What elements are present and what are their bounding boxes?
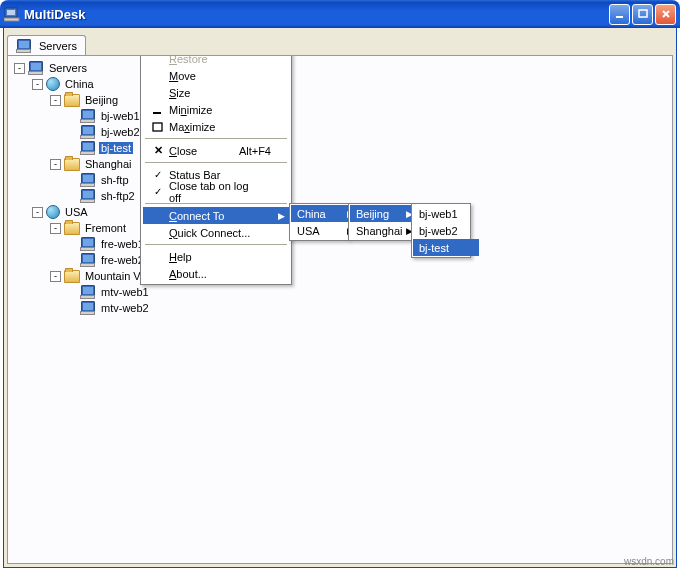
globe-icon: [46, 205, 60, 219]
menu-item[interactable]: ✕CloseAlt+F4: [143, 142, 289, 159]
close-icon: ✕: [147, 144, 169, 157]
menu-item: Restore: [143, 55, 289, 67]
server-tree[interactable]: -Servers-China-Beijingbj-web1bj-web2bj-t…: [8, 56, 672, 320]
submenu-item-label: bj-test: [419, 242, 449, 254]
tree-node-label[interactable]: bj-web1: [99, 110, 142, 122]
titlebar[interactable]: MultiDesk: [0, 0, 680, 28]
tree-node-label[interactable]: fre-web1: [99, 238, 146, 250]
tab-label: Servers: [39, 40, 77, 52]
server-icon: [80, 301, 96, 315]
tree-node-label[interactable]: sh-ftp: [99, 174, 131, 186]
server-icon: [80, 237, 96, 251]
submenu-item-label: Beijing: [356, 208, 389, 220]
menu-item[interactable]: Move: [143, 67, 289, 84]
expander-icon[interactable]: -: [14, 63, 25, 74]
menu-item[interactable]: ✓Close tab on log off: [143, 183, 289, 200]
check-icon: ✓: [147, 169, 169, 180]
svg-rect-3: [616, 16, 623, 18]
tree-node[interactable]: bj-web1: [8, 108, 672, 124]
tree-node-label[interactable]: Shanghai: [83, 158, 134, 170]
server-icon: [80, 125, 96, 139]
menu-item[interactable]: About...: [143, 265, 289, 282]
expander-icon[interactable]: -: [50, 159, 61, 170]
expander-icon[interactable]: -: [50, 95, 61, 106]
submenu-item-label: bj-web1: [419, 208, 458, 220]
tree-node[interactable]: -Mountain View: [8, 268, 672, 284]
tree-node-label[interactable]: bj-test: [99, 142, 133, 154]
tree-node[interactable]: sh-ftp2: [8, 188, 672, 204]
tree-node-label[interactable]: China: [63, 78, 96, 90]
tab-servers[interactable]: Servers: [7, 35, 86, 55]
submenu-item[interactable]: bj-web2: [413, 222, 479, 239]
expander-icon[interactable]: -: [50, 223, 61, 234]
folder-icon: [64, 270, 80, 283]
svg-rect-8: [153, 123, 162, 131]
tree-node[interactable]: sh-ftp: [8, 172, 672, 188]
server-icon: [80, 253, 96, 267]
content-pane: -Servers-China-Beijingbj-web1bj-web2bj-t…: [7, 55, 673, 564]
menu-separator: [145, 244, 287, 245]
servers-icon: [16, 39, 32, 53]
menu-item-label: Help: [169, 251, 271, 263]
watermark: wsxdn.com: [624, 556, 674, 567]
menu-item[interactable]: Size: [143, 84, 289, 101]
menu-item-label: Connect To: [169, 210, 271, 222]
tree-node-label[interactable]: Servers: [47, 62, 89, 74]
tree-node[interactable]: mtv-web2: [8, 300, 672, 316]
tree-node-label[interactable]: sh-ftp2: [99, 190, 137, 202]
tree-node-label[interactable]: Fremont: [83, 222, 128, 234]
maximize-icon: [147, 122, 169, 132]
menu-item[interactable]: Minimize: [143, 101, 289, 118]
tree-node[interactable]: mtv-web1: [8, 284, 672, 300]
app-window: MultiDesk Servers -Servers-China-Beijing…: [0, 0, 680, 571]
submenu-item[interactable]: bj-test: [413, 239, 479, 256]
menu-item-label: Size: [169, 87, 271, 99]
submenu-city[interactable]: bj-web1bj-web2bj-test: [411, 203, 471, 258]
tree-node[interactable]: -Beijing: [8, 92, 672, 108]
submenu-arrow-icon: ▶: [278, 211, 285, 221]
menu-item-label: About...: [169, 268, 271, 280]
menu-item-label: Move: [169, 70, 271, 82]
submenu-country[interactable]: Beijing▶Shanghai▶: [348, 203, 412, 241]
submenu-connect-to[interactable]: China▶USA▶: [289, 203, 349, 241]
title-text: MultiDesk: [24, 7, 609, 22]
globe-icon: [46, 77, 60, 91]
tree-node-label[interactable]: fre-web2: [99, 254, 146, 266]
tree-node[interactable]: fre-web2: [8, 252, 672, 268]
minimize-button[interactable]: [609, 4, 630, 25]
check-icon: ✓: [147, 186, 169, 197]
menu-item[interactable]: Quick Connect...: [143, 224, 289, 241]
expander-icon[interactable]: -: [50, 271, 61, 282]
tree-node-label[interactable]: Beijing: [83, 94, 120, 106]
menu-separator: [145, 138, 287, 139]
menu-item[interactable]: Maximize: [143, 118, 289, 135]
close-button[interactable]: [655, 4, 676, 25]
context-menu[interactable]: RestoreMoveSizeMinimizeMaximize✕CloseAlt…: [140, 55, 292, 285]
menu-item[interactable]: Connect To▶: [143, 207, 289, 224]
menu-shortcut: Alt+F4: [239, 145, 271, 157]
folder-icon: [64, 94, 80, 107]
folder-icon: [64, 222, 80, 235]
expander-icon[interactable]: -: [32, 79, 43, 90]
tree-node-label[interactable]: mtv-web2: [99, 302, 151, 314]
tree-node-label[interactable]: bj-web2: [99, 126, 142, 138]
tree-node-label[interactable]: mtv-web1: [99, 286, 151, 298]
submenu-item[interactable]: Beijing▶: [350, 205, 416, 222]
tree-node-label[interactable]: USA: [63, 206, 90, 218]
menu-item-label: Maximize: [169, 121, 271, 133]
menu-item-label: Close tab on log off: [169, 180, 271, 204]
expander-icon[interactable]: -: [32, 207, 43, 218]
tree-node[interactable]: -Servers: [8, 60, 672, 76]
tree-node[interactable]: -Shanghai: [8, 156, 672, 172]
maximize-button[interactable]: [632, 4, 653, 25]
submenu-item-label: Shanghai: [356, 225, 403, 237]
minimize-icon: [147, 105, 169, 115]
submenu-item[interactable]: Shanghai▶: [350, 222, 416, 239]
tree-node[interactable]: bj-web2: [8, 124, 672, 140]
tree-node[interactable]: bj-test: [8, 140, 672, 156]
svg-rect-2: [4, 18, 19, 21]
submenu-item[interactable]: bj-web1: [413, 205, 479, 222]
menu-item[interactable]: Help: [143, 248, 289, 265]
client-area: Servers -Servers-China-Beijingbj-web1bj-…: [3, 28, 677, 568]
tree-node[interactable]: -China: [8, 76, 672, 92]
